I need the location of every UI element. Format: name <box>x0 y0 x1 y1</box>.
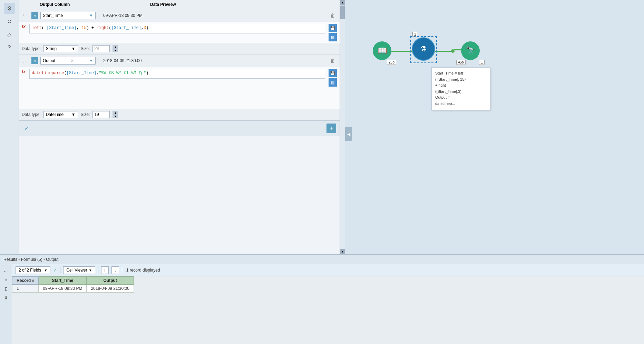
gear-icon[interactable]: ⚙ <box>4 3 15 14</box>
collapse-panel-btn[interactable]: ◀ <box>345 127 352 141</box>
top-section: ⚙ ↺ ◇ ? Output Column Data Preview ⋮⋮ ∨ … <box>0 0 644 254</box>
formula-body-2: fx datetimeparse([Start_Time],"%d-%B-%Y … <box>19 67 340 88</box>
preview-value-1: 09-APR-18 09:30 PM <box>100 12 326 19</box>
delete-formula-2[interactable]: 🗑 <box>329 57 337 65</box>
tag-icon[interactable]: ◇ <box>4 29 15 40</box>
formula-panel: Output Column Data Preview ⋮⋮ ∨ Start_Ti… <box>19 0 340 254</box>
formula-save-1[interactable]: 💾 <box>329 24 337 32</box>
formula-body-1: fx left( [Start_Time], 15) + right([Star… <box>19 22 340 43</box>
workflow-node-3[interactable]: 🔭 45b 1 <box>461 41 480 60</box>
tooltip-text: Start_Time = left ( [Start_Time], 15) + … <box>435 70 486 107</box>
table-row: 1 09-APR-18 09:30 PM 2018-04-09 21:30:00 <box>12 285 134 293</box>
add-formula-btn[interactable]: + <box>326 124 336 133</box>
preview-value-2: 2018-04-09 21:30:00 <box>100 57 326 64</box>
node3-badge-left: 45b <box>456 60 466 65</box>
formula-editor-1: fx left( [Start_Time], 15) + right([Star… <box>22 24 337 41</box>
connector-2 <box>435 51 452 52</box>
check-icon[interactable]: ✓ <box>22 124 31 132</box>
results-icon-dots[interactable]: ··· <box>2 267 10 275</box>
formula-text-2[interactable]: datetimeparse([Start_Time],"%d-%B-%Y %I.… <box>29 69 325 79</box>
formula-scrollbar[interactable]: ▲ ▼ <box>340 0 345 254</box>
canvas-area: ◀ 📖 25b ⚗ 1 <box>345 0 644 254</box>
workflow-node-1[interactable]: 📖 25b <box>373 41 391 60</box>
scroll-thumb[interactable] <box>340 6 345 19</box>
drag-handle-2[interactable]: ⋮⋮ <box>22 59 29 63</box>
dropdown-arrow-1: ▼ <box>89 13 93 18</box>
formula-item-1: ⋮⋮ ∨ Start_Time ▼ 09-APR-18 09:30 PM 🗑 f… <box>19 9 340 55</box>
sidebar-left: ⚙ ↺ ◇ ? <box>0 0 19 254</box>
fields-dropdown[interactable]: 2 of 2 Fields ▼ <box>16 266 50 274</box>
scroll-down-btn[interactable]: ↓ <box>111 266 119 274</box>
formula-item-2: ⋮⋮ ∨ Output ✕ ▼ 2018-04-09 21:30:00 🗑 fx… <box>19 55 340 120</box>
drag-handle-1[interactable]: ⋮⋮ <box>22 14 29 18</box>
output-column-header: Output Column <box>40 2 150 7</box>
main-container: ⚙ ↺ ◇ ? Output Column Data Preview ⋮⋮ ∨ … <box>0 0 644 344</box>
question-icon[interactable]: ? <box>4 42 15 53</box>
toolbar-divider-3 <box>122 267 122 273</box>
bottom-section: Results - Formula (5) - Output ··· ≡ Σ ⬇… <box>0 254 644 344</box>
size-label-2: Size: <box>81 112 90 117</box>
col-header-record: Record # <box>12 277 39 285</box>
size-input-1[interactable] <box>92 45 110 52</box>
chevron-btn-2[interactable]: ∨ <box>31 57 38 64</box>
results-table-area: Record # Start_Time Output 1 09-APR-18 0… <box>12 276 644 344</box>
results-left-icons: ··· ≡ Σ ⬇ <box>0 264 12 344</box>
scroll-track <box>340 5 345 249</box>
spin-up-1[interactable]: ▲ <box>113 45 118 49</box>
field-dropdown-1[interactable]: Start_Time ▼ <box>40 12 96 19</box>
formula-extra-space-2 <box>19 88 340 109</box>
node3-badge-right: 1 <box>479 60 485 65</box>
spin-down-2[interactable]: ▼ <box>113 115 118 118</box>
size-spinners-1: ▲ ▼ <box>113 45 118 52</box>
spin-up-2[interactable]: ▲ <box>113 111 118 115</box>
col-header-starttime: Start_Time <box>39 277 87 285</box>
cell-starttime: 09-APR-18 09:30 PM <box>39 285 87 293</box>
scroll-up-btn[interactable]: ↑ <box>101 266 109 274</box>
cell-viewer-arrow: ▼ <box>89 268 92 272</box>
clear-btn-2[interactable]: ✕ <box>70 58 74 63</box>
scroll-down[interactable]: ▼ <box>340 249 345 254</box>
node1-badge: 25b <box>387 60 396 65</box>
formula-footer-2: Data type: DateTime ▼ Size: ▲ ▼ <box>19 109 340 120</box>
formula-editor-2: fx datetimeparse([Start_Time],"%d-%B-%Y … <box>22 69 337 87</box>
formula-floppy-2[interactable]: ▤ <box>329 78 337 87</box>
datatype-select-2[interactable]: DateTime ▼ <box>43 111 78 118</box>
fields-checkmark[interactable]: ✓ <box>53 267 57 273</box>
toolbar-divider-2 <box>98 267 98 273</box>
col-header-output: Output <box>87 277 134 285</box>
datatype-select-1[interactable]: String ▼ <box>43 45 78 52</box>
formula-text-1[interactable]: left( [Start_Time], 15) + right([Start_T… <box>29 24 325 33</box>
cell-viewer-btn[interactable]: Cell Viewer ▼ <box>63 266 95 274</box>
fx-icon-2: fx <box>22 69 27 74</box>
size-input-2[interactable] <box>92 111 110 118</box>
size-spinners-2: ▲ ▼ <box>113 111 118 118</box>
dropdown-arrow-2: ▼ <box>89 58 93 63</box>
scroll-up[interactable]: ▲ <box>340 0 345 5</box>
results-icon-list[interactable]: ≡ <box>2 276 10 284</box>
datatype-label-1: Data type: <box>22 46 41 51</box>
size-label-1: Size: <box>81 46 90 51</box>
formula-actions-1: 💾 ▤ <box>329 24 337 41</box>
results-icon-sigma[interactable]: Σ <box>2 285 10 293</box>
connector-3 <box>454 49 461 50</box>
results-icon-download[interactable]: ⬇ <box>2 294 10 302</box>
refresh-icon[interactable]: ↺ <box>4 16 15 27</box>
spin-down-1[interactable]: ▼ <box>113 49 118 52</box>
toolbar-divider-1 <box>60 267 60 273</box>
chevron-btn-1[interactable]: ∨ <box>31 12 38 19</box>
connector-1 <box>391 51 412 52</box>
datatype-label-2: Data type: <box>22 112 41 117</box>
field-dropdown-2[interactable]: Output ✕ ▼ <box>40 57 96 65</box>
data-preview-header: Data Preview <box>150 2 336 7</box>
formula-actions-2: 💾 ▤ <box>329 69 337 87</box>
record-count: 1 record displayed <box>126 268 160 273</box>
workflow-node-2[interactable]: ⚗ 1 <box>412 38 435 60</box>
delete-formula-1[interactable]: 🗑 <box>329 11 337 20</box>
tooltip-box: Start_Time = left ( [Start_Time], 15) + … <box>431 67 490 110</box>
formula-floppy-1[interactable]: ▤ <box>329 33 337 41</box>
cell-output: 2018-04-09 21:30:00 <box>87 285 134 293</box>
results-main: 2 of 2 Fields ▼ ✓ Cell Viewer ▼ ↑ ↓ 1 re… <box>12 264 644 344</box>
formula-save-2[interactable]: 💾 <box>329 69 337 77</box>
column-headers: Output Column Data Preview <box>19 0 340 9</box>
results-header: Results - Formula (5) - Output <box>0 255 644 264</box>
